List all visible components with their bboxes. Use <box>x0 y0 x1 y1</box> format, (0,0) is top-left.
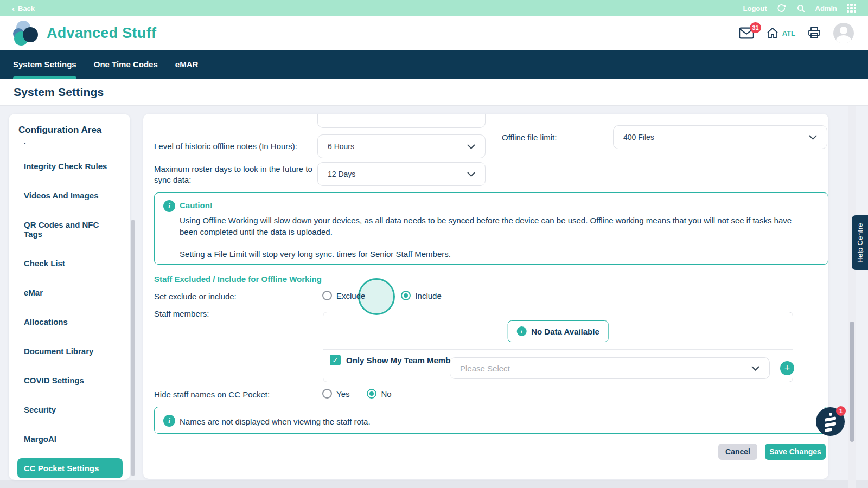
caution-line2: Setting a File Limit will stop very long… <box>180 248 806 260</box>
sidebar-item-emar[interactable]: eMar <box>17 282 123 303</box>
hide-names-no-label: No <box>381 389 391 399</box>
print-button[interactable] <box>807 27 821 40</box>
sidebar-item-truncated[interactable]: . <box>17 137 123 147</box>
sidebar-item-videos-and-images[interactable]: Videos And Images <box>17 185 123 206</box>
bottom-strip <box>0 480 868 488</box>
hide-names-label: Hide staff names on CC Pocket: <box>154 390 270 399</box>
logout-link[interactable]: Logout <box>743 4 767 12</box>
team-members-checkbox-label: Only Show My Team Members <box>346 356 463 365</box>
search-icon[interactable] <box>796 4 806 13</box>
hide-names-note-box: i Names are not displayed when viewing t… <box>154 407 828 434</box>
logout-icon[interactable] <box>777 3 787 13</box>
settings-panel: Level of historic offline notes (In Hour… <box>143 114 828 479</box>
staff-members-panel: i No Data Available ✓ Only Show My Team … <box>323 312 793 382</box>
tab-one-time-codes[interactable]: One Time Codes <box>94 50 158 79</box>
staff-members-label: Staff members: <box>154 309 209 318</box>
exclude-radio[interactable] <box>322 291 332 300</box>
max-roster-days-label: Maximum roster days to look in the futur… <box>154 164 312 185</box>
back-chevron-icon: ‹ <box>12 4 15 12</box>
caution-title: Caution! <box>180 201 213 210</box>
sidebar-item-document-library[interactable]: Document Library <box>17 341 123 361</box>
tab-emar[interactable]: eMAR <box>175 50 199 79</box>
help-centre-tab[interactable]: Help Centre <box>852 215 868 270</box>
tab-system-settings[interactable]: System Settings <box>13 50 76 79</box>
caution-line1: Using Offline Working will slow down you… <box>180 215 806 237</box>
offline-file-limit-select[interactable]: 400 Files <box>613 125 827 149</box>
hide-names-yes-radio[interactable] <box>322 389 332 399</box>
info-icon: i <box>163 415 175 427</box>
apps-grid-icon[interactable] <box>847 4 856 13</box>
save-changes-button[interactable]: Save Changes <box>765 444 826 460</box>
hide-names-note: Names are not displayed when viewing the… <box>180 416 371 427</box>
sidebar-item-cc-pocket-settings[interactable]: CC Pocket Settings <box>17 458 123 478</box>
info-icon: i <box>516 326 526 336</box>
info-icon: i <box>163 200 175 212</box>
back-label: Back <box>18 4 35 12</box>
hide-names-no-radio[interactable] <box>367 389 376 399</box>
admin-link[interactable]: Admin <box>815 4 837 12</box>
page-title: System Settings <box>0 79 868 99</box>
back-button[interactable]: ‹ Back <box>12 4 35 12</box>
home-icon <box>766 27 779 40</box>
sidebar-item-security[interactable]: Security <box>17 400 123 420</box>
sidebar-item-qr-codes-nfc-tags[interactable]: QR Codes and NFC Tags <box>17 215 123 244</box>
historic-notes-label: Level of historic offline notes (In Hour… <box>154 142 297 151</box>
include-radio-label: Include <box>415 291 441 300</box>
max-roster-days-select[interactable]: 12 Days <box>317 162 486 186</box>
caution-box: i Caution! Using Offline Working will sl… <box>154 192 828 265</box>
primary-nav: System Settings One Time Codes eMAR <box>0 50 868 79</box>
chevron-down-icon <box>467 170 475 178</box>
chevron-down-icon <box>751 364 760 373</box>
configuration-sidebar: Configuration Area . Integrity Check Rul… <box>9 114 130 480</box>
offline-file-limit-label: Offline file limit: <box>502 133 557 142</box>
no-data-badge: i No Data Available <box>507 320 609 342</box>
brand-logo-icon <box>13 21 39 46</box>
staff-select[interactable]: Please Select <box>450 357 770 379</box>
staff-section-title: Staff Excluded / Include for Offline Wor… <box>154 274 322 284</box>
brand-name: Advanced Stuff <box>47 25 156 42</box>
cancel-button[interactable]: Cancel <box>718 444 757 460</box>
historic-notes-select[interactable]: 6 Hours <box>317 134 486 158</box>
team-members-checkbox[interactable]: ✓ <box>330 355 341 365</box>
chevron-down-icon <box>467 142 475 151</box>
sidebar-item-integrity-check-rules[interactable]: Integrity Check Rules <box>17 156 123 176</box>
cut-off-select[interactable] <box>317 114 486 128</box>
app-header: Advanced Stuff 31 ATL <box>0 16 868 50</box>
user-avatar[interactable] <box>833 23 854 43</box>
sidebar-item-allocations[interactable]: Allocations <box>17 312 123 332</box>
location-code: ATL <box>782 29 795 37</box>
page-scrollbar-thumb[interactable] <box>850 322 854 442</box>
add-staff-button[interactable]: + <box>780 361 794 375</box>
home-location-button[interactable]: ATL <box>766 27 795 40</box>
exclude-include-label: Set exclude or include: <box>154 292 237 301</box>
page-title-bar: System Settings <box>0 79 868 106</box>
sidebar-title: Configuration Area <box>17 125 123 136</box>
header-divider <box>730 16 730 50</box>
sidebar-scrollbar[interactable] <box>131 220 135 476</box>
chat-lighthouse-icon <box>829 413 832 416</box>
panel-divider <box>323 349 793 350</box>
hide-names-yes-label: Yes <box>336 389 349 399</box>
messages-button[interactable]: 31 <box>739 27 754 39</box>
chat-unread-badge: 1 <box>836 406 846 416</box>
chat-widget-button[interactable]: 1 <box>816 407 845 436</box>
exclude-radio-label: Exclude <box>336 291 365 300</box>
sidebar-item-check-list[interactable]: Check List <box>17 253 123 273</box>
top-utility-bar: ‹ Back Logout Admin <box>0 0 868 16</box>
sidebar-item-covid-settings[interactable]: COVID Settings <box>17 370 123 390</box>
chevron-down-icon <box>809 133 817 142</box>
sidebar-item-margoai[interactable]: MargoAI <box>17 429 123 449</box>
include-radio[interactable] <box>401 291 411 300</box>
messages-count-badge: 31 <box>750 22 761 33</box>
